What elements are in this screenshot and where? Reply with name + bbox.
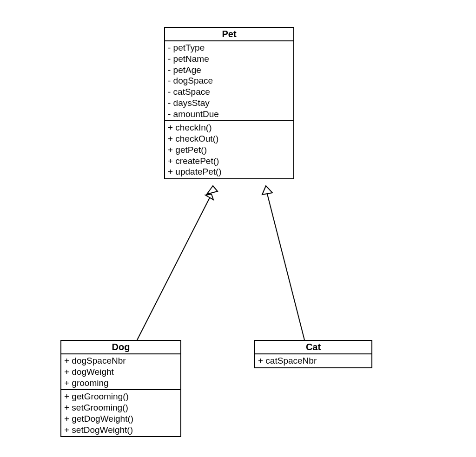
class-cat-title: Cat [255, 341, 371, 354]
attr: - petAge [168, 65, 291, 76]
attr: + grooming [64, 378, 178, 389]
method: + setGrooming() [64, 402, 178, 413]
svg-line-0 [137, 194, 212, 340]
method: + getGrooming() [64, 391, 178, 402]
class-dog-methods: + getGrooming() + setGrooming() + getDog… [61, 390, 180, 436]
attr: - dogSpace [168, 75, 291, 86]
class-pet-methods: + checkIn() + checkOut() + getPet() + cr… [165, 121, 293, 178]
method: + getDogWeight() [64, 413, 178, 424]
method: + createPet() [168, 156, 291, 167]
svg-line-3 [267, 194, 304, 340]
attr: + catSpaceNbr [258, 355, 369, 366]
class-cat: Cat + catSpaceNbr [254, 340, 372, 368]
attr: - daysStay [168, 98, 291, 109]
method: + getPet() [168, 144, 291, 156]
class-pet: Pet - petType - petName - petAge - dogSp… [164, 27, 294, 179]
class-pet-attributes: - petType - petName - petAge - dogSpace … [165, 41, 293, 121]
svg-marker-1 [205, 194, 213, 200]
method: + setDogWeight() [64, 424, 178, 436]
attr: - petType [168, 42, 291, 53]
method: + updatePet() [168, 166, 291, 177]
method: + checkOut() [168, 133, 291, 144]
attr: - petName [168, 53, 291, 65]
uml-canvas: Pet - petType - petName - petAge - dogSp… [0, 0, 476, 457]
generalization-dog-to-pet [137, 186, 218, 340]
class-cat-attributes: + catSpaceNbr [255, 354, 371, 367]
attr: + dogWeight [64, 366, 178, 378]
class-pet-title: Pet [165, 28, 293, 41]
svg-marker-4 [262, 186, 272, 195]
generalization-cat-to-pet [262, 186, 304, 340]
svg-marker-2 [207, 186, 218, 194]
attr: + dogSpaceNbr [64, 355, 178, 366]
attr: - catSpace [168, 86, 291, 98]
class-dog: Dog + dogSpaceNbr + dogWeight + grooming… [60, 340, 181, 437]
class-dog-attributes: + dogSpaceNbr + dogWeight + grooming [61, 354, 180, 390]
attr: - amountDue [168, 109, 291, 120]
class-dog-title: Dog [61, 341, 180, 354]
method: + checkIn() [168, 122, 291, 133]
